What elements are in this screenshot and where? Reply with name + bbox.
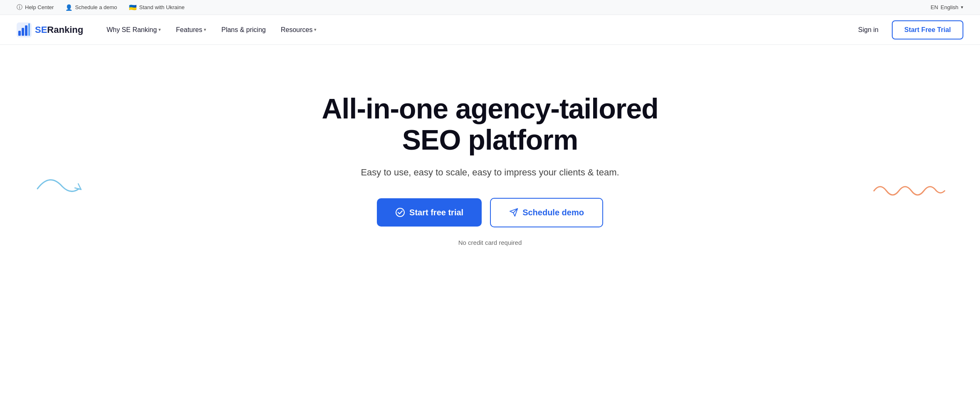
svg-rect-3 bbox=[25, 25, 27, 36]
nav-plans-label: Plans & pricing bbox=[221, 26, 266, 34]
logo-icon bbox=[17, 22, 32, 37]
ukraine-link[interactable]: 🇺🇦 Stand with Ukraine bbox=[129, 4, 185, 11]
svg-point-5 bbox=[396, 208, 404, 217]
ukraine-flag-icon: 🇺🇦 bbox=[129, 4, 137, 11]
why-chevron-icon: ▾ bbox=[158, 27, 161, 32]
svg-rect-2 bbox=[22, 28, 24, 36]
person-icon: 👤 bbox=[65, 4, 72, 11]
lang-chevron-icon: ▾ bbox=[961, 5, 963, 10]
deco-orange-squiggle bbox=[872, 180, 947, 203]
features-chevron-icon: ▾ bbox=[204, 27, 206, 32]
nav-resources[interactable]: Resources ▾ bbox=[274, 23, 323, 37]
no-credit-card-text: No credit card required bbox=[458, 239, 522, 246]
nav-why-label: Why SE Ranking bbox=[106, 26, 157, 34]
nav-resources-label: Resources bbox=[281, 26, 312, 34]
lang-code: EN bbox=[931, 4, 938, 10]
schedule-demo-topbar-link[interactable]: 👤 Schedule a demo bbox=[65, 4, 117, 11]
help-center-link[interactable]: ⓘ Help Center bbox=[17, 4, 54, 11]
hero-heading: All-in-one agency-tailored SEO platform bbox=[303, 93, 677, 155]
help-circle-icon: ⓘ bbox=[17, 4, 22, 11]
svg-rect-1 bbox=[18, 31, 21, 36]
nav-why-se-ranking[interactable]: Why SE Ranking ▾ bbox=[100, 23, 168, 37]
top-bar-left: ⓘ Help Center 👤 Schedule a demo 🇺🇦 Stand… bbox=[17, 4, 917, 11]
nav-plans-pricing[interactable]: Plans & pricing bbox=[215, 23, 272, 37]
hero-section: All-in-one agency-tailored SEO platform … bbox=[0, 45, 980, 286]
hero-buttons: Start free trial Schedule demo bbox=[377, 198, 603, 227]
navbar: SERanking Why SE Ranking ▾ Features ▾ Pl… bbox=[0, 15, 980, 45]
logo-text: SERanking bbox=[35, 25, 83, 35]
start-free-trial-hero-button[interactable]: Start free trial bbox=[377, 198, 482, 227]
nav-features[interactable]: Features ▾ bbox=[169, 23, 213, 37]
resources-chevron-icon: ▾ bbox=[314, 27, 317, 32]
top-bar: ⓘ Help Center 👤 Schedule a demo 🇺🇦 Stand… bbox=[0, 0, 980, 15]
checkmark-circle-icon bbox=[395, 207, 405, 217]
schedule-demo-topbar-label: Schedule a demo bbox=[75, 4, 117, 10]
ukraine-text: Stand with Ukraine bbox=[139, 4, 185, 10]
schedule-demo-hero-label: Schedule demo bbox=[522, 208, 584, 217]
help-center-label: Help Center bbox=[25, 4, 54, 10]
language-selector[interactable]: EN English ▾ bbox=[931, 4, 963, 10]
nav-right: Sign in Start Free Trial bbox=[851, 20, 963, 39]
paper-plane-icon bbox=[509, 208, 518, 217]
schedule-demo-hero-button[interactable]: Schedule demo bbox=[490, 198, 603, 227]
deco-blue-squiggle bbox=[33, 168, 108, 203]
nav-links: Why SE Ranking ▾ Features ▾ Plans & pric… bbox=[100, 23, 851, 37]
sign-in-link[interactable]: Sign in bbox=[851, 23, 885, 37]
hero-subtitle: Easy to use, easy to scale, easy to impr… bbox=[361, 167, 619, 178]
nav-features-label: Features bbox=[176, 26, 202, 34]
svg-rect-4 bbox=[28, 23, 30, 36]
start-free-trial-hero-label: Start free trial bbox=[409, 208, 463, 217]
start-free-trial-button[interactable]: Start Free Trial bbox=[892, 20, 963, 39]
logo-link[interactable]: SERanking bbox=[17, 22, 83, 37]
lang-name: English bbox=[940, 4, 958, 10]
